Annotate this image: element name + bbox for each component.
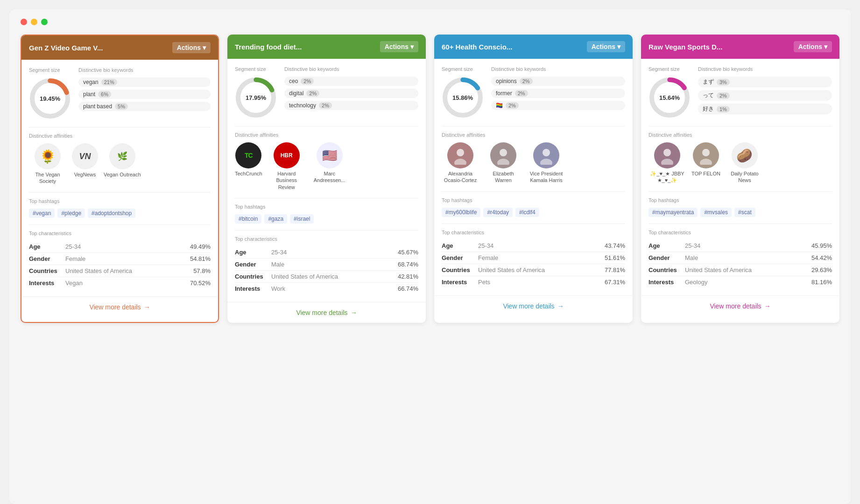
char-percent: 45.95% bbox=[811, 242, 832, 249]
characteristic-row: Gender Female 54.81% bbox=[29, 253, 211, 265]
bio-keywords-label: Distinctive bio keywords bbox=[78, 67, 211, 73]
keyword-chip: 🏳️‍🌈2% bbox=[491, 101, 625, 110]
actions-button[interactable]: Actions ▾ bbox=[380, 41, 418, 52]
donut-wrapper: Segment size 19.45% bbox=[29, 67, 71, 119]
segment-card-1: Gen Z Video Game V... Actions ▾ Segment … bbox=[21, 35, 219, 323]
arrow-right-icon: → bbox=[764, 302, 771, 310]
keyword-text: ceo bbox=[289, 78, 298, 84]
characteristic-row: Gender Male 54.42% bbox=[649, 252, 832, 264]
hashtag[interactable]: #scat bbox=[734, 208, 755, 217]
view-more-link[interactable]: View more details → bbox=[21, 296, 218, 317]
hashtag[interactable]: #my600lblife bbox=[442, 208, 480, 217]
hashtag[interactable]: #adoptdontshop bbox=[88, 209, 135, 218]
char-percent: 68.74% bbox=[398, 261, 418, 268]
hashtag[interactable]: #vegan bbox=[29, 209, 55, 218]
svg-point-9 bbox=[497, 159, 509, 165]
keywords-list: まず3%って2%好き1% bbox=[698, 77, 832, 114]
char-value: 25-34 bbox=[62, 243, 190, 250]
segment-size-label: Segment size bbox=[442, 66, 473, 72]
characteristic-row: Age 25-34 45.67% bbox=[235, 246, 418, 259]
view-more-link[interactable]: View more details → bbox=[227, 302, 426, 323]
donut-wrapper: Segment size 17.95% bbox=[235, 66, 277, 119]
hashtags-section: Top hashtags#vegan#pledge#adoptdontshop bbox=[29, 198, 211, 218]
keywords-list: ceo2%digital2%technology2% bbox=[284, 77, 418, 110]
keyword-chip: plant based5% bbox=[78, 102, 211, 111]
affinity-item[interactable]: ✨_♥_★ JBBY ★_♥_✨ bbox=[649, 142, 686, 184]
affinity-item[interactable]: 🇺🇸Marc Andreessen... bbox=[311, 142, 348, 190]
characteristic-row: Countries United States of America 77.81… bbox=[442, 264, 625, 276]
keywords-wrapper: Distinctive bio keywordsvegan21%plant6%p… bbox=[78, 67, 211, 119]
minimize-icon[interactable] bbox=[31, 19, 37, 25]
view-more-label: View more details bbox=[503, 302, 554, 310]
actions-button[interactable]: Actions ▾ bbox=[794, 41, 832, 52]
hashtags-section: Top hashtags#maymayentrata#mvsales#scat bbox=[649, 197, 832, 217]
card-header: Gen Z Video Game V... Actions ▾ bbox=[21, 35, 218, 60]
char-value: Vegan bbox=[62, 280, 190, 287]
affinity-avatar: 🇺🇸 bbox=[317, 142, 343, 168]
keyword-pct: 5% bbox=[115, 103, 128, 110]
affinity-item[interactable]: 🌻The Vegan Society bbox=[29, 143, 66, 185]
affinity-label: Alexandria Ocasio-Cortez bbox=[442, 170, 479, 184]
keyword-pct: 2% bbox=[515, 90, 528, 97]
arrow-right-icon: → bbox=[557, 302, 564, 310]
hashtag[interactable]: #r4today bbox=[483, 208, 513, 217]
card-header: Raw Vegan Sports D... Actions ▾ bbox=[641, 35, 839, 59]
actions-button[interactable]: Actions ▾ bbox=[172, 42, 211, 53]
characteristics-label: Top characteristics bbox=[442, 230, 625, 235]
affinity-item[interactable]: Elizabeth Warren bbox=[485, 142, 522, 184]
affinity-item[interactable]: Vice President Kamala Harris bbox=[528, 142, 565, 184]
char-key: Gender bbox=[29, 255, 62, 262]
hashtags-list: #maymayentrata#mvsales#scat bbox=[649, 208, 832, 217]
hashtags-label: Top hashtags bbox=[235, 204, 418, 210]
affinity-item[interactable]: VNVegNews bbox=[72, 143, 98, 185]
char-percent: 42.81% bbox=[398, 273, 418, 280]
segment-card-3: 60+ Health Conscio... Actions ▾ Segment … bbox=[434, 35, 633, 323]
top-section: Segment size 17.95%Distinctive bio keywo… bbox=[235, 66, 418, 119]
affinity-label: The Vegan Society bbox=[29, 171, 66, 185]
view-more-link[interactable]: View more details → bbox=[434, 295, 633, 316]
hashtag[interactable]: #mvsales bbox=[700, 208, 732, 217]
hashtag[interactable]: #gaza bbox=[264, 214, 287, 224]
keyword-chip: opinions2% bbox=[491, 77, 625, 86]
affinity-item[interactable]: TOP FELON bbox=[691, 142, 720, 184]
char-value: Pets bbox=[474, 279, 605, 286]
affinity-label: Vegan Outreach bbox=[104, 171, 141, 178]
view-more-link[interactable]: View more details → bbox=[641, 295, 839, 316]
affinity-item[interactable]: HBRHarvard Business Review bbox=[268, 142, 305, 190]
affinities-grid: Alexandria Ocasio-CortezElizabeth Warren… bbox=[442, 142, 625, 184]
char-value: Geology bbox=[681, 279, 811, 286]
char-key: Countries bbox=[235, 273, 268, 280]
char-value: Male bbox=[268, 261, 398, 268]
characteristic-row: Age 25-34 43.74% bbox=[442, 240, 625, 252]
top-section: Segment size 15.86%Distinctive bio keywo… bbox=[442, 66, 625, 119]
close-icon[interactable] bbox=[21, 19, 27, 25]
hashtag[interactable]: #bitcoin bbox=[235, 214, 261, 224]
hashtag[interactable]: #israel bbox=[290, 214, 314, 224]
affinities-section: Distinctive affinities✨_♥_★ JBBY ★_♥_✨TO… bbox=[649, 132, 832, 184]
char-percent: 43.74% bbox=[605, 242, 625, 249]
maximize-icon[interactable] bbox=[41, 19, 48, 25]
app-window: Gen Z Video Game V... Actions ▾ Segment … bbox=[9, 9, 851, 504]
char-key: Interests bbox=[235, 285, 268, 292]
keyword-text: plant bbox=[83, 91, 95, 98]
hashtag[interactable]: #maymayentrata bbox=[649, 208, 698, 217]
card-title: Gen Z Video Game V... bbox=[29, 44, 172, 52]
affinity-item[interactable]: Alexandria Ocasio-Cortez bbox=[442, 142, 479, 184]
actions-button[interactable]: Actions ▾ bbox=[587, 41, 625, 52]
keyword-chip: digital2% bbox=[284, 89, 418, 98]
affinity-item[interactable]: 🥔Daily Potato News bbox=[726, 142, 763, 184]
affinity-label: Marc Andreessen... bbox=[311, 170, 348, 184]
char-percent: 51.61% bbox=[605, 254, 625, 261]
hashtags-section: Top hashtags#my600lblife#r4today#lcdlf4 bbox=[442, 197, 625, 217]
donut-chart: 17.95% bbox=[235, 77, 277, 119]
characteristic-row: Countries United States of America 57.8% bbox=[29, 265, 211, 277]
hashtag[interactable]: #pledge bbox=[57, 209, 85, 218]
affinity-item[interactable]: TCTechCrunch bbox=[235, 142, 262, 190]
char-value: Female bbox=[62, 255, 190, 262]
char-value: 25-34 bbox=[474, 242, 605, 249]
affinity-avatar bbox=[693, 142, 719, 168]
bio-keywords-label: Distinctive bio keywords bbox=[284, 66, 418, 72]
affinity-item[interactable]: 🌿Vegan Outreach bbox=[104, 143, 141, 185]
char-percent: 54.81% bbox=[190, 255, 211, 262]
hashtag[interactable]: #lcdlf4 bbox=[515, 208, 539, 217]
